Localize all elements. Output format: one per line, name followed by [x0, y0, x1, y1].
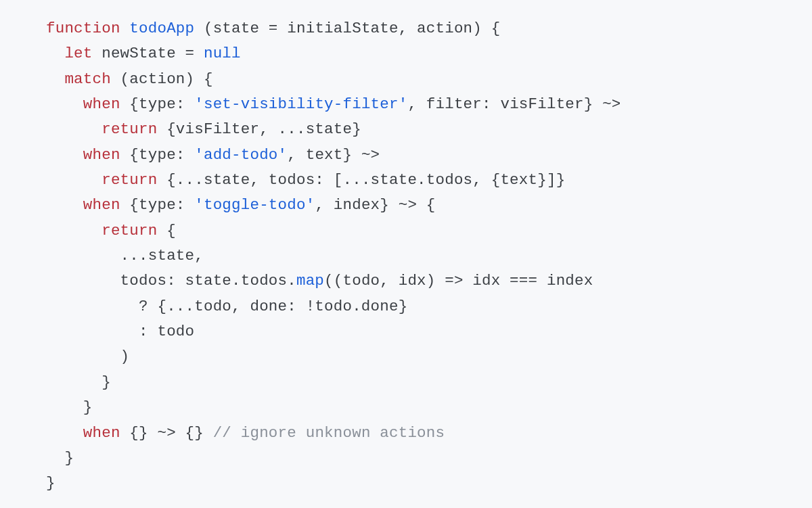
code-token: ...state, — [46, 247, 204, 264]
code-block: function todoApp (state = initialState, … — [0, 0, 812, 497]
code-token: when — [83, 196, 120, 214]
code-token — [46, 171, 102, 189]
code-token — [46, 196, 83, 214]
code-token: when — [83, 146, 120, 164]
code-token: when — [83, 424, 120, 442]
code-token: map — [296, 272, 324, 290]
code-token: 'toggle-todo' — [194, 196, 315, 214]
code-token — [46, 70, 64, 88]
code-line: } — [46, 474, 55, 492]
code-token — [120, 20, 130, 37]
code-line: todos: state.todos.map((todo, idx) => id… — [46, 272, 593, 290]
code-token: {type: — [120, 196, 195, 214]
code-token: ((todo, idx) => idx === index — [324, 272, 593, 290]
code-token: {visFilter, ...state} — [157, 120, 361, 138]
code-token: 'add-todo' — [194, 146, 287, 164]
code-line: } — [46, 449, 74, 467]
code-token — [46, 45, 64, 62]
code-line: when {type: 'add-todo', text} ~> — [46, 146, 380, 164]
code-token: match — [64, 70, 111, 88]
code-token: } — [46, 474, 55, 492]
code-token: } — [46, 373, 111, 391]
code-token: return — [102, 171, 157, 189]
code-token: 'set-visibility-filter' — [194, 95, 407, 113]
code-token: // ignore unknown actions — [213, 424, 445, 442]
code-line: } — [46, 373, 111, 391]
code-line: let newState = null — [46, 45, 241, 62]
code-token: (state = initialState, action) { — [194, 20, 500, 37]
code-token: {} ~> {} — [120, 424, 213, 442]
code-token — [46, 424, 83, 442]
code-token: , filter: visFilter} ~> — [407, 95, 621, 113]
code-token: todoApp — [129, 20, 194, 37]
code-token: null — [204, 45, 241, 62]
code-line: match (action) { — [46, 70, 213, 88]
code-line: ? {...todo, done: !todo.done} — [46, 298, 407, 315]
code-token: return — [102, 222, 157, 239]
code-token: } — [46, 449, 74, 467]
code-line: when {type: 'toggle-todo', index} ~> { — [46, 196, 436, 214]
code-line: when {} ~> {} // ignore unknown actions — [46, 424, 445, 442]
code-line: return {visFilter, ...state} — [46, 120, 361, 138]
code-line: return { — [46, 222, 176, 239]
code-token: let — [64, 45, 92, 62]
code-token: , text} ~> — [287, 146, 380, 164]
code-token: function — [46, 20, 120, 37]
code-token — [46, 120, 102, 138]
code-line: ...state, — [46, 247, 204, 264]
code-token: {type: — [120, 95, 195, 113]
code-token — [46, 146, 83, 164]
code-token — [46, 95, 83, 113]
code-token — [46, 222, 102, 239]
code-token: when — [83, 95, 120, 113]
code-token: } — [46, 398, 93, 416]
code-token: { — [157, 222, 175, 239]
code-token: ? {...todo, done: !todo.done} — [46, 298, 407, 315]
code-token: todos: state.todos. — [46, 272, 296, 290]
code-token: {...state, todos: [...state.todos, {text… — [157, 171, 565, 189]
code-token: , index} ~> { — [315, 196, 435, 214]
code-token: {type: — [120, 146, 195, 164]
code-line: : todo — [46, 323, 194, 340]
code-line: when {type: 'set-visibility-filter', fil… — [46, 95, 621, 113]
code-line: } — [46, 398, 93, 416]
code-token: : todo — [46, 323, 194, 340]
code-line: ) — [46, 348, 129, 365]
code-token: ) — [46, 348, 129, 365]
code-line: return {...state, todos: [...state.todos… — [46, 171, 565, 189]
code-token: return — [102, 120, 157, 138]
code-token: (action) { — [111, 70, 213, 88]
code-line: function todoApp (state = initialState, … — [46, 20, 500, 37]
code-token: newState = — [93, 45, 204, 62]
